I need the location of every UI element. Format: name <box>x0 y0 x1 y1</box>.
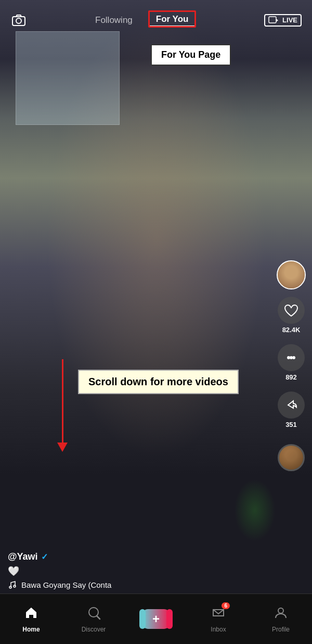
creator-avatar[interactable] <box>277 260 306 289</box>
share-icon-circle <box>278 392 305 419</box>
music-disc-avatar <box>278 444 305 471</box>
music-note-icon <box>8 580 17 589</box>
nav-tabs: Following For You <box>95 14 196 27</box>
svg-point-7 <box>9 586 11 588</box>
svg-point-11 <box>278 608 283 613</box>
nav-create[interactable]: + <box>125 609 187 629</box>
plus-icon: + <box>152 612 160 626</box>
nav-home[interactable]: Home <box>0 605 62 633</box>
nav-profile[interactable]: Profile <box>250 605 312 633</box>
top-navigation: Following For You LIVE <box>0 0 312 41</box>
arrow-head <box>57 443 68 452</box>
like-icon-circle <box>278 297 305 324</box>
comment-button[interactable]: 892 <box>278 344 305 381</box>
following-tab[interactable]: Following <box>95 15 133 26</box>
profile-label: Profile <box>272 626 290 633</box>
for-you-page-annotation: For You Page <box>151 44 231 66</box>
background-window <box>16 31 120 125</box>
like-count: 82.4K <box>282 326 301 334</box>
share-button[interactable]: 351 <box>278 392 305 428</box>
small-heart-icon: 🤍 <box>8 565 111 577</box>
verified-badge: ✓ <box>41 552 48 562</box>
inbox-badge: 6 <box>222 602 230 609</box>
camera-icon[interactable] <box>10 12 27 29</box>
svg-rect-2 <box>269 17 276 23</box>
profile-icon <box>274 605 288 624</box>
music-title: Bawa Goyang Say (Conta <box>21 580 111 589</box>
for-you-highlight-box: For You <box>148 10 197 28</box>
svg-marker-3 <box>276 19 278 22</box>
scroll-arrow <box>57 354 68 452</box>
scroll-annotation: Scroll down for more videos <box>57 354 239 452</box>
create-button[interactable]: + <box>142 609 170 629</box>
discover-label: Discover <box>82 626 106 633</box>
live-button[interactable]: LIVE <box>264 14 302 27</box>
home-icon <box>24 605 38 624</box>
svg-point-1 <box>16 18 21 23</box>
scroll-text-box: Scroll down for more videos <box>78 370 239 394</box>
nav-discover[interactable]: Discover <box>62 605 125 633</box>
arrow-line <box>62 359 63 443</box>
svg-point-8 <box>14 585 16 587</box>
background-plant <box>234 479 276 541</box>
inbox-label: Inbox <box>211 626 226 633</box>
music-info[interactable]: Bawa Goyang Say (Conta <box>8 580 111 589</box>
svg-point-6 <box>292 356 295 359</box>
nav-inbox[interactable]: 6 Inbox <box>187 605 250 633</box>
creator-username[interactable]: @Yawi ✓ <box>8 551 111 562</box>
home-label: Home <box>22 626 40 633</box>
live-label: LIVE <box>282 16 297 24</box>
comment-count: 892 <box>285 373 297 381</box>
svg-line-10 <box>97 616 100 619</box>
video-background <box>0 0 312 594</box>
creator-avatar-face <box>278 261 305 288</box>
for-you-tab[interactable]: For You <box>148 14 197 27</box>
like-button[interactable]: 82.4K <box>278 297 305 334</box>
discover-icon <box>86 605 101 624</box>
right-actions: 82.4K 892 351 <box>277 260 306 471</box>
inbox-icon: 6 <box>211 605 226 624</box>
bottom-creator-info: @Yawi ✓ 🤍 Bawa Goyang Say (Conta <box>8 551 111 589</box>
comment-icon-circle <box>278 344 305 371</box>
share-count: 351 <box>285 421 297 428</box>
bottom-navigation: Home Discover + 6 Inbox <box>0 594 312 644</box>
